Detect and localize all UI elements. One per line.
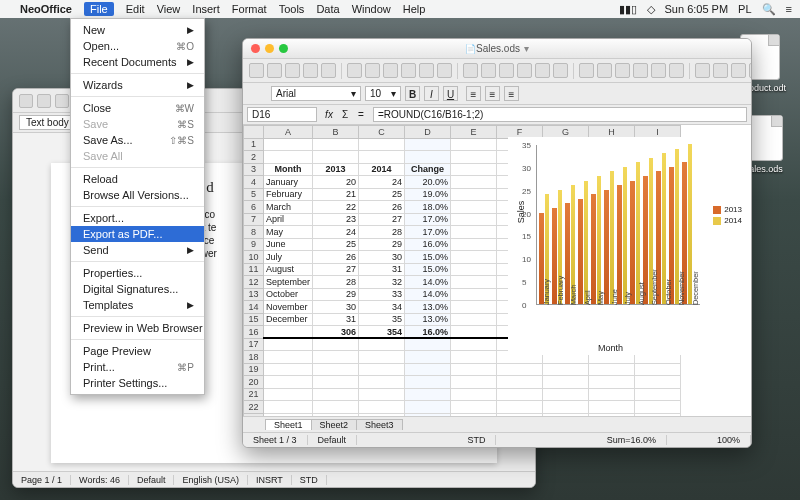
toolbar-button[interactable]	[463, 63, 478, 78]
toolbar-button[interactable]	[267, 63, 282, 78]
menu-item-print-[interactable]: Print...⌘P	[71, 359, 204, 375]
toolbar-button[interactable]	[615, 63, 630, 78]
menu-item-save-as-[interactable]: Save As...⇧⌘S	[71, 132, 204, 148]
app-name[interactable]: NeoOffice	[20, 3, 72, 15]
formula-bar: D16 fx Σ = =ROUND(C16/B16-1;2)	[243, 105, 751, 125]
menu-view[interactable]: View	[157, 3, 181, 15]
menu-item-wizards[interactable]: Wizards▶	[71, 77, 204, 93]
status-default: Default	[308, 435, 358, 445]
menu-item-reload[interactable]: Reload	[71, 171, 204, 187]
sum-button[interactable]: Σ	[337, 109, 353, 120]
menu-item-export-as-pdf-[interactable]: Export as PDF...	[71, 226, 204, 242]
menu-item-digital-signatures-[interactable]: Digital Signatures...	[71, 281, 204, 297]
menu-item-save-all: Save All	[71, 148, 204, 164]
minimize-button[interactable]	[265, 44, 274, 53]
menu-item-export-[interactable]: Export...	[71, 210, 204, 226]
menu-item-recent-documents[interactable]: Recent Documents▶	[71, 54, 204, 70]
menu-item-close[interactable]: Close⌘W	[71, 100, 204, 116]
toolbar-button[interactable]	[249, 63, 264, 78]
toolbar-button[interactable]	[303, 63, 318, 78]
menu-edit[interactable]: Edit	[126, 3, 145, 15]
toolbar-button[interactable]	[669, 63, 684, 78]
bold-button[interactable]: B	[405, 86, 420, 101]
toolbar-button[interactable]	[419, 63, 434, 78]
toolbar-button[interactable]	[481, 63, 496, 78]
toolbar-button[interactable]	[437, 63, 452, 78]
chart-xlabel: Month	[598, 343, 623, 353]
toolbar-button[interactable]	[517, 63, 532, 78]
status-words: Words: 46	[71, 475, 129, 485]
menu-tools[interactable]: Tools	[279, 3, 305, 15]
status-zoom: 100%	[707, 435, 751, 445]
font-size-combo[interactable]: 10▾	[365, 86, 401, 101]
menu-item-open-[interactable]: Open...⌘O	[71, 38, 204, 54]
toolbar-button[interactable]	[695, 63, 710, 78]
menu-help[interactable]: Help	[403, 3, 426, 15]
toolbar-button[interactable]	[579, 63, 594, 78]
menu-item-preview-in-web-browser[interactable]: Preview in Web Browser	[71, 320, 204, 336]
calc-statusbar: Sheet 1 / 3 Default STD Sum=16.0% 100%	[243, 432, 751, 447]
wifi-icon: ◇	[647, 3, 655, 16]
menu-item-new[interactable]: New▶	[71, 22, 204, 38]
sheet-tab-2[interactable]: Sheet2	[311, 419, 358, 430]
toolbar-button[interactable]	[499, 63, 514, 78]
status-sum: Sum=16.0%	[597, 435, 667, 445]
notification-center-icon[interactable]: ≡	[786, 3, 792, 15]
formula-input[interactable]: =ROUND(C16/B16-1;2)	[373, 107, 747, 122]
menu-file[interactable]: File	[84, 2, 114, 16]
toolbar-button[interactable]	[37, 94, 51, 108]
align-center-button[interactable]: ≡	[485, 86, 500, 101]
menu-item-page-preview[interactable]: Page Preview	[71, 343, 204, 359]
toolbar-button[interactable]	[651, 63, 666, 78]
sheet-tab-3[interactable]: Sheet3	[356, 419, 403, 430]
writer-statusbar: Page 1 / 1 Words: 46 Default English (US…	[13, 471, 535, 487]
font-name-combo[interactable]: Arial▾	[271, 86, 361, 101]
align-left-button[interactable]: ≡	[466, 86, 481, 101]
menu-item-templates[interactable]: Templates▶	[71, 297, 204, 313]
toolbar-button[interactable]	[633, 63, 648, 78]
menu-item-send[interactable]: Send▶	[71, 242, 204, 258]
name-box[interactable]: D16	[247, 107, 317, 122]
toolbar-button[interactable]	[321, 63, 336, 78]
toolbar-button[interactable]	[383, 63, 398, 78]
toolbar-button[interactable]	[535, 63, 550, 78]
toolbar-button[interactable]	[553, 63, 568, 78]
align-right-button[interactable]: ≡	[504, 86, 519, 101]
toolbar-button[interactable]	[285, 63, 300, 78]
menu-item-printer-settings-[interactable]: Printer Settings...	[71, 375, 204, 391]
toolbar-button[interactable]	[401, 63, 416, 78]
toolbar-button[interactable]	[731, 63, 746, 78]
sheet-area[interactable]: ABCDEFGHI123Month20132014Change4January2…	[243, 125, 751, 416]
menu-window[interactable]: Window	[352, 3, 391, 15]
close-button[interactable]	[251, 44, 260, 53]
calc-window: 📄 Sales.ods▾ Arial▾ 10▾ B I U ≡ ≡ ≡ D16 …	[242, 38, 752, 448]
toolbar-button[interactable]	[19, 94, 33, 108]
styles-button[interactable]	[249, 86, 267, 101]
file-menu-dropdown: New▶Open...⌘ORecent Documents▶Wizards▶Cl…	[70, 18, 205, 395]
menu-format[interactable]: Format	[232, 3, 267, 15]
status-page: Page 1 / 1	[13, 475, 71, 485]
format-toolbar: Arial▾ 10▾ B I U ≡ ≡ ≡	[243, 83, 751, 105]
window-controls[interactable]	[251, 44, 288, 53]
toolbar-button[interactable]	[55, 94, 69, 108]
menu-insert[interactable]: Insert	[192, 3, 220, 15]
zoom-button[interactable]	[279, 44, 288, 53]
sheet-tab-1[interactable]: Sheet1	[265, 419, 312, 430]
toolbar-button[interactable]	[713, 63, 728, 78]
menu-data[interactable]: Data	[316, 3, 339, 15]
fx-button[interactable]: fx	[321, 109, 337, 120]
toolbar-button[interactable]	[365, 63, 380, 78]
calc-titlebar[interactable]: 📄 Sales.ods▾	[243, 39, 751, 59]
menu-item-browse-all-versions-[interactable]: Browse All Versions...	[71, 187, 204, 203]
toolbar-button[interactable]	[347, 63, 362, 78]
toolbar-button[interactable]	[749, 63, 751, 78]
menu-item-properties-[interactable]: Properties...	[71, 265, 204, 281]
spotlight-icon[interactable]: 🔍	[762, 3, 776, 16]
underline-button[interactable]: U	[443, 86, 458, 101]
embedded-chart[interactable]: Sales 05101520253035 JanuaryFebruaryMarc…	[508, 137, 744, 355]
toolbar-button[interactable]	[597, 63, 612, 78]
status-insert: INSRT	[248, 475, 292, 485]
equals-button[interactable]: =	[353, 109, 369, 120]
input-source[interactable]: PL	[738, 3, 751, 15]
italic-button[interactable]: I	[424, 86, 439, 101]
